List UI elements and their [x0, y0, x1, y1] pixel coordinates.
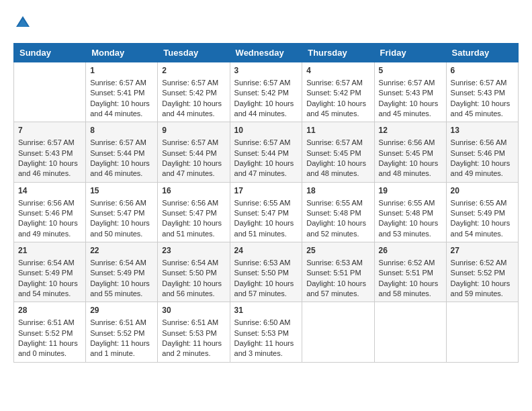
daylight-text: Daylight: 10 hours and 51 minutes.	[162, 219, 222, 237]
sunset-text: Sunset: 5:44 PM	[234, 149, 289, 157]
daylight-text: Daylight: 10 hours and 54 minutes.	[18, 279, 78, 298]
day-number: 29	[90, 305, 153, 316]
day-number: 24	[234, 245, 298, 257]
sunrise-text: Sunrise: 6:57 AM	[306, 79, 363, 87]
calendar-cell: 29Sunrise: 6:51 AMSunset: 5:52 PMDayligh…	[86, 302, 158, 362]
sunset-text: Sunset: 5:43 PM	[18, 149, 73, 157]
sunset-text: Sunset: 5:46 PM	[18, 209, 73, 217]
daylight-text: Daylight: 10 hours and 44 minutes.	[234, 99, 294, 118]
calendar-cell: 18Sunrise: 6:55 AMSunset: 5:48 PMDayligh…	[302, 182, 374, 242]
sunset-text: Sunset: 5:52 PM	[90, 329, 144, 337]
calendar-cell: 4Sunrise: 6:57 AMSunset: 5:42 PMDaylight…	[302, 62, 374, 122]
calendar-cell: 17Sunrise: 6:55 AMSunset: 5:47 PMDayligh…	[230, 182, 302, 242]
daylight-text: Daylight: 10 hours and 47 minutes.	[162, 159, 222, 177]
daylight-text: Daylight: 10 hours and 50 minutes.	[90, 219, 150, 237]
week-row-5: 28Sunrise: 6:51 AMSunset: 5:52 PMDayligh…	[14, 302, 519, 362]
daylight-text: Daylight: 10 hours and 57 minutes.	[234, 279, 294, 298]
daylight-text: Daylight: 10 hours and 55 minutes.	[90, 279, 150, 298]
sunset-text: Sunset: 5:42 PM	[234, 89, 289, 97]
day-number: 1	[90, 65, 153, 77]
sunrise-text: Sunrise: 6:50 AM	[234, 318, 291, 326]
sunset-text: Sunset: 5:44 PM	[90, 149, 144, 157]
logo-icon	[13, 13, 32, 32]
daylight-text: Daylight: 10 hours and 45 minutes.	[306, 99, 366, 118]
calendar-table: SundayMondayTuesdayWednesdayThursdayFrid…	[13, 43, 519, 363]
daylight-text: Daylight: 10 hours and 51 minutes.	[234, 219, 294, 237]
day-number: 3	[234, 65, 298, 77]
page-header	[13, 13, 519, 32]
sunrise-text: Sunrise: 6:54 AM	[18, 259, 75, 267]
calendar-cell: 22Sunrise: 6:54 AMSunset: 5:49 PMDayligh…	[86, 242, 158, 302]
sunrise-text: Sunrise: 6:51 AM	[18, 318, 75, 326]
day-number: 2	[162, 65, 225, 77]
sunrise-text: Sunrise: 6:57 AM	[90, 138, 146, 146]
daylight-text: Daylight: 10 hours and 44 minutes.	[90, 99, 150, 118]
calendar-cell: 9Sunrise: 6:57 AMSunset: 5:44 PMDaylight…	[158, 122, 230, 182]
day-number: 19	[379, 185, 442, 197]
calendar-cell: 15Sunrise: 6:56 AMSunset: 5:47 PMDayligh…	[86, 182, 158, 242]
calendar-cell: 5Sunrise: 6:57 AMSunset: 5:43 PMDaylight…	[374, 62, 446, 122]
sunset-text: Sunset: 5:48 PM	[306, 209, 361, 217]
daylight-text: Daylight: 10 hours and 44 minutes.	[162, 99, 222, 118]
sunset-text: Sunset: 5:45 PM	[306, 149, 361, 157]
day-number: 21	[18, 245, 81, 257]
calendar-cell: 26Sunrise: 6:52 AMSunset: 5:51 PMDayligh…	[374, 242, 446, 302]
daylight-text: Daylight: 11 hours and 3 minutes.	[234, 339, 294, 357]
sunset-text: Sunset: 5:44 PM	[162, 149, 216, 157]
day-number: 30	[162, 305, 225, 316]
calendar-cell: 7Sunrise: 6:57 AMSunset: 5:43 PMDaylight…	[14, 122, 86, 182]
day-number: 5	[379, 65, 442, 77]
day-number: 13	[451, 125, 514, 136]
day-number: 16	[162, 185, 225, 197]
sunset-text: Sunset: 5:46 PM	[451, 149, 505, 157]
daylight-text: Daylight: 10 hours and 47 minutes.	[234, 159, 294, 177]
day-number: 6	[451, 65, 514, 77]
weekday-header-thursday: Thursday	[302, 44, 374, 62]
weekday-header-monday: Monday	[86, 44, 158, 62]
sunrise-text: Sunrise: 6:56 AM	[451, 138, 507, 146]
sunset-text: Sunset: 5:51 PM	[306, 269, 361, 277]
day-number: 12	[379, 125, 442, 136]
daylight-text: Daylight: 10 hours and 45 minutes.	[379, 99, 439, 118]
sunset-text: Sunset: 5:53 PM	[234, 329, 289, 337]
sunset-text: Sunset: 5:47 PM	[162, 209, 216, 217]
calendar-cell: 10Sunrise: 6:57 AMSunset: 5:44 PMDayligh…	[230, 122, 302, 182]
sunset-text: Sunset: 5:43 PM	[379, 89, 433, 97]
day-number: 18	[306, 185, 369, 197]
sunset-text: Sunset: 5:50 PM	[234, 269, 289, 277]
daylight-text: Daylight: 10 hours and 46 minutes.	[90, 159, 150, 177]
sunrise-text: Sunrise: 6:52 AM	[451, 259, 507, 267]
sunrise-text: Sunrise: 6:55 AM	[379, 199, 435, 207]
calendar-cell: 27Sunrise: 6:52 AMSunset: 5:52 PMDayligh…	[446, 242, 518, 302]
sunrise-text: Sunrise: 6:56 AM	[379, 138, 435, 146]
calendar-cell: 24Sunrise: 6:53 AMSunset: 5:50 PMDayligh…	[230, 242, 302, 302]
calendar-cell: 30Sunrise: 6:51 AMSunset: 5:53 PMDayligh…	[158, 302, 230, 362]
sunset-text: Sunset: 5:47 PM	[234, 209, 289, 217]
daylight-text: Daylight: 10 hours and 48 minutes.	[379, 159, 439, 177]
day-number: 7	[18, 125, 81, 136]
sunset-text: Sunset: 5:45 PM	[379, 149, 433, 157]
calendar-cell: 25Sunrise: 6:53 AMSunset: 5:51 PMDayligh…	[302, 242, 374, 302]
logo	[13, 13, 35, 32]
weekday-header-row: SundayMondayTuesdayWednesdayThursdayFrid…	[14, 44, 519, 62]
sunrise-text: Sunrise: 6:56 AM	[90, 199, 146, 207]
daylight-text: Daylight: 10 hours and 58 minutes.	[379, 279, 439, 298]
sunrise-text: Sunrise: 6:51 AM	[162, 318, 218, 326]
calendar-cell: 14Sunrise: 6:56 AMSunset: 5:46 PMDayligh…	[14, 182, 86, 242]
calendar-cell: 23Sunrise: 6:54 AMSunset: 5:50 PMDayligh…	[158, 242, 230, 302]
sunrise-text: Sunrise: 6:54 AM	[90, 259, 146, 267]
sunrise-text: Sunrise: 6:54 AM	[162, 259, 218, 267]
day-number: 31	[234, 305, 298, 316]
daylight-text: Daylight: 10 hours and 56 minutes.	[162, 279, 222, 298]
sunset-text: Sunset: 5:47 PM	[90, 209, 144, 217]
calendar-cell: 20Sunrise: 6:55 AMSunset: 5:49 PMDayligh…	[446, 182, 518, 242]
calendar-cell: 1Sunrise: 6:57 AMSunset: 5:41 PMDaylight…	[86, 62, 158, 122]
calendar-cell: 31Sunrise: 6:50 AMSunset: 5:53 PMDayligh…	[230, 302, 302, 362]
sunrise-text: Sunrise: 6:56 AM	[18, 199, 75, 207]
day-number: 11	[306, 125, 369, 136]
sunset-text: Sunset: 5:49 PM	[451, 209, 505, 217]
weekday-header-wednesday: Wednesday	[230, 44, 302, 62]
week-row-1: 1Sunrise: 6:57 AMSunset: 5:41 PMDaylight…	[14, 62, 519, 122]
calendar-cell: 6Sunrise: 6:57 AMSunset: 5:43 PMDaylight…	[446, 62, 518, 122]
daylight-text: Daylight: 10 hours and 52 minutes.	[306, 219, 366, 237]
